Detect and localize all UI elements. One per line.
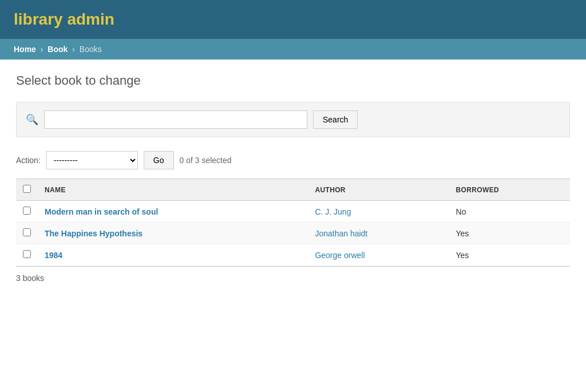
book-author-link[interactable]: George orwell — [315, 251, 365, 260]
search-bar: 🔍 Search — [16, 102, 570, 137]
breadcrumb-home[interactable]: Home — [14, 45, 36, 54]
site-title: library admin — [14, 10, 572, 29]
row-checkbox[interactable] — [23, 228, 31, 236]
go-button[interactable]: Go — [144, 151, 174, 169]
breadcrumb: Home › Book › Books — [0, 39, 586, 60]
row-checkbox[interactable] — [23, 250, 31, 258]
book-name-link[interactable]: 1984 — [45, 251, 62, 260]
breadcrumb-separator-2: › — [72, 45, 75, 54]
column-borrowed: BORROWED — [449, 179, 570, 201]
row-checkbox-cell — [16, 201, 38, 223]
book-author-link[interactable]: Jonathan haidt — [315, 229, 367, 238]
site-header: library admin — [0, 0, 586, 39]
book-author-cell: C. J. Jung — [308, 201, 449, 223]
book-name-link[interactable]: Modern man in search of soul — [45, 207, 158, 216]
book-author-link[interactable]: C. J. Jung — [315, 207, 351, 216]
book-author-cell: George orwell — [308, 244, 449, 266]
breadcrumb-book[interactable]: Book — [47, 45, 68, 54]
search-input[interactable] — [44, 110, 307, 129]
breadcrumb-separator-1: › — [41, 45, 43, 54]
book-name-cell: Modern man in search of soul — [38, 201, 308, 223]
select-all-checkbox[interactable] — [23, 185, 31, 193]
book-count: 3 books — [16, 266, 570, 290]
search-icon: 🔍 — [26, 113, 38, 126]
row-checkbox-cell — [16, 223, 38, 244]
action-select[interactable]: --------- — [46, 151, 138, 169]
table-header-row: NAME AUTHOR BORROWED — [16, 179, 570, 201]
book-name-cell: The Happines Hypothesis — [38, 223, 308, 244]
book-author-cell: Jonathan haidt — [308, 223, 449, 244]
book-name-cell: 1984 — [38, 244, 308, 266]
table-row: 1984George orwellYes — [16, 244, 570, 266]
column-name: NAME — [38, 179, 308, 201]
book-name-link[interactable]: The Happines Hypothesis — [45, 229, 142, 238]
page-title: Select book to change — [16, 73, 570, 88]
search-button[interactable]: Search — [313, 110, 358, 129]
action-label: Action: — [16, 156, 41, 165]
breadcrumb-books: Books — [80, 45, 102, 54]
main-content: Select book to change 🔍 Search Action: -… — [0, 60, 586, 303]
action-row: Action: --------- Go 0 of 3 selected — [16, 151, 570, 169]
select-all-header[interactable] — [16, 179, 38, 201]
book-borrowed-cell: Yes — [449, 223, 570, 244]
selected-count: 0 of 3 selected — [180, 156, 232, 165]
book-table: NAME AUTHOR BORROWED Modern man in searc… — [16, 179, 570, 266]
table-row: The Happines HypothesisJonathan haidtYes — [16, 223, 570, 244]
row-checkbox[interactable] — [23, 207, 31, 215]
column-author: AUTHOR — [308, 179, 449, 201]
table-row: Modern man in search of soulC. J. JungNo — [16, 201, 570, 223]
book-borrowed-cell: No — [449, 201, 570, 223]
book-borrowed-cell: Yes — [449, 244, 570, 266]
row-checkbox-cell — [16, 244, 38, 266]
